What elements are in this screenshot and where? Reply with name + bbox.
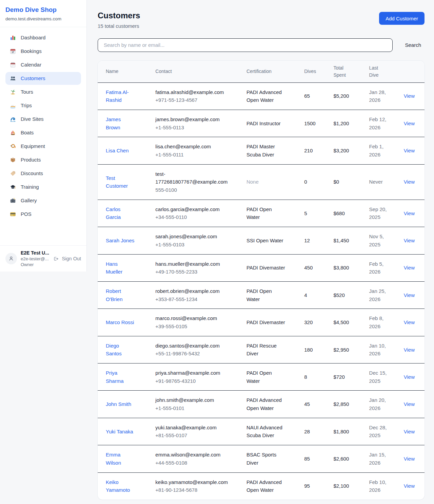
customer-row: Test Customer test-1772681807767@example… [98,164,425,200]
customer-last-dive: Never [369,164,400,200]
customer-dives: 450 [304,254,333,281]
customer-certification: PADI Open Water [246,363,304,391]
customer-row: Lisa Chen lisa.chen@example.com +1-555-0… [98,137,425,164]
equipment-dive-mask-icon [9,143,16,149]
customer-dives: 5 [304,200,333,227]
calendar-icon [9,62,16,68]
customer-dives: 85 [304,445,333,472]
sidebar-item-dive-sites[interactable]: Dive Sites [5,113,81,126]
customer-email: lisa.chen@example.com [155,143,225,151]
customer-phone: +971-55-123-4567 [155,96,225,104]
customer-phone: +39-555-0105 [155,322,225,331]
page-subtitle: 15 total customers [98,23,140,29]
customer-total-spent: $680 [333,200,369,227]
view-customer-link[interactable]: View [404,347,415,353]
view-customer-link[interactable]: View [404,179,415,185]
customer-email: marco.rossi@example.com [155,314,225,322]
sidebar-item-boats[interactable]: Boats [5,126,81,139]
customer-total-spent: $2,100 [333,472,369,500]
sidebar-item-tours[interactable]: Tours [5,86,81,98]
sidebar-item-pos[interactable]: POS [5,208,81,221]
view-customer-link[interactable]: View [404,374,415,380]
sidebar-item-dashboard[interactable]: Dashboard [5,31,81,44]
customer-row: Yuki Tanaka yuki.tanaka@example.com +81-… [98,418,425,445]
view-customer-link[interactable]: View [404,93,415,99]
customer-row: Robert O'Brien robert.obrien@example.com… [98,281,425,309]
customer-name-link[interactable]: Marco Rossi [106,319,134,325]
view-customer-link[interactable]: View [404,120,415,126]
view-customer-link[interactable]: View [404,148,415,153]
sidebar-item-training[interactable]: Training [5,181,81,193]
sidebar-item-customers[interactable]: Customers [5,72,81,85]
sidebar-item-bookings[interactable]: 17 Bookings [5,45,81,58]
view-customer-link[interactable]: View [404,401,415,407]
customer-email: james.brown@example.com [155,115,225,124]
customer-row: James Brown james.brown@example.com +1-5… [98,110,425,137]
customer-dives: 4 [304,281,333,309]
customer-total-spent: $2,600 [333,445,369,472]
sign-out-button[interactable]: Sign Out [53,256,81,262]
customer-last-dive: Jan 10, 2026 [369,336,400,363]
customer-total-spent: $2,850 [333,391,369,418]
sidebar-item-products[interactable]: Products [5,153,81,166]
view-customer-link[interactable]: View [404,265,415,270]
sidebar-item-equipment[interactable]: Equipment [5,140,81,153]
customer-total-spent: $1,800 [333,418,369,445]
customer-name-link[interactable]: Robert O'Brien [106,288,123,302]
customer-table-body: Fatima Al-Rashid fatima.alrashid@example… [98,82,425,500]
customer-total-spent: $4,500 [333,309,369,336]
user-meta: E2E Test U... e2e-tester@... Owner [21,250,49,267]
sidebar-item-gallery[interactable]: Gallery [5,194,81,207]
main-header: Customers 15 total customers Add Custome… [98,11,425,29]
customer-total-spent: $5,200 [333,82,369,110]
customer-dives: 28 [304,418,333,445]
customer-name-link[interactable]: Lisa Chen [106,148,129,153]
customer-name-link[interactable]: Fatima Al-Rashid [106,89,129,103]
customer-email: robert.obrien@example.com [155,287,225,295]
customer-name-link[interactable]: James Brown [106,116,121,130]
sidebar: Demo Dive Shop demo.test.divestreams.com… [0,0,87,272]
customer-phone: +1-555-0113 [155,124,225,132]
customer-name-link[interactable]: Sarah Jones [106,238,134,243]
customer-last-dive: Jan 28, 2026 [369,82,400,110]
customer-row: John Smith john.smith@example.com +1-555… [98,391,425,418]
customer-name-link[interactable]: Hans Mueller [106,261,122,275]
discounts-tag-icon [9,170,16,176]
column-header-total-spent: Total Spent [333,61,369,83]
customer-email: priya.sharma@example.com [155,369,225,377]
customer-name-link[interactable]: Emma Wilson [106,452,121,466]
column-header-name: Name [98,61,155,83]
sidebar-item-trips[interactable]: Trips [5,99,81,112]
customer-name-link[interactable]: Keiko Yamamoto [106,479,130,493]
view-customer-link[interactable]: View [404,238,415,243]
view-customer-link[interactable]: View [404,292,415,298]
customer-last-dive: Feb 1, 2026 [369,137,400,164]
customer-name-link[interactable]: John Smith [106,401,131,407]
customer-certification: PADI Rescue Diver [246,336,304,363]
customer-name-link[interactable]: Test Customer [106,175,128,189]
customer-name-link[interactable]: Diego Santos [106,343,122,357]
view-customer-link[interactable]: View [404,429,415,434]
sidebar-item-discounts[interactable]: Discounts [5,167,81,180]
trips-speedboat-icon [9,102,16,109]
view-customer-link[interactable]: View [404,319,415,325]
search-button[interactable]: Search [401,42,425,48]
customer-phone: +91-98765-43210 [155,377,225,385]
customer-name-link[interactable]: Priya Sharma [106,370,124,384]
customer-email: yuki.tanaka@example.com [155,424,225,432]
customer-dives: 0 [304,164,333,200]
add-customer-button[interactable]: Add Customer [379,12,425,25]
user-email: e2e-tester@... [21,256,49,261]
view-customer-link[interactable]: View [404,483,415,489]
customer-email: emma.wilson@example.com [155,451,225,459]
page-title: Customers [98,11,140,20]
customer-name-link[interactable]: Yuki Tanaka [106,429,133,434]
view-customer-link[interactable]: View [404,456,415,462]
title-block: Customers 15 total customers [98,11,140,29]
view-customer-link[interactable]: View [404,210,415,216]
search-input[interactable] [98,38,393,52]
app-layout: Demo Dive Shop demo.test.divestreams.com… [0,0,434,500]
user-avatar [5,253,17,264]
customer-name-link[interactable]: Carlos Garcia [106,206,121,220]
sidebar-item-calendar[interactable]: Calendar [5,58,81,71]
